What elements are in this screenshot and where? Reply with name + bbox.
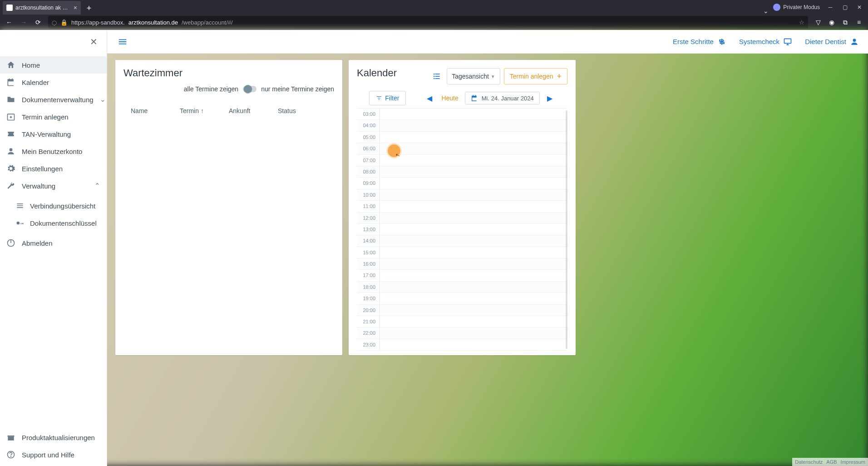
calendar-hour-row[interactable]: 05:00 — [357, 132, 567, 143]
time-slot[interactable] — [380, 282, 567, 292]
time-slot[interactable] — [380, 327, 567, 338]
time-slot[interactable] — [380, 166, 567, 177]
time-slot[interactable] — [380, 178, 567, 188]
col-ankunft[interactable]: Ankunft — [229, 107, 278, 114]
user-menu-link[interactable]: Dieter Dentist — [805, 37, 859, 46]
sidebar-toggle-button[interactable] — [116, 35, 129, 48]
close-tab-icon[interactable]: × — [74, 4, 77, 11]
back-button[interactable]: ← — [3, 16, 15, 29]
time-slot[interactable] — [380, 235, 567, 246]
minimize-button[interactable]: ─ — [824, 2, 837, 13]
calendar-hour-row[interactable]: 22:00 — [357, 327, 567, 339]
prev-day-button[interactable]: ◀ — [424, 93, 435, 104]
time-slot[interactable] — [380, 339, 567, 350]
time-slot[interactable] — [380, 132, 567, 143]
footer-datenschutz[interactable]: Datenschutz — [795, 459, 823, 465]
nav-item-home[interactable]: Home — [0, 56, 107, 74]
next-day-button[interactable]: ▶ — [544, 93, 555, 104]
time-slot[interactable] — [380, 155, 567, 166]
pocket-icon[interactable]: ▽ — [812, 16, 824, 29]
nav-item-kalender[interactable]: Kalender — [0, 74, 107, 91]
svg-rect-15 — [435, 78, 440, 79]
nav-item-abmelden[interactable]: Abmelden — [0, 234, 107, 252]
time-slot[interactable] — [380, 224, 567, 235]
time-slot[interactable] — [380, 189, 567, 200]
list-view-icon[interactable] — [430, 70, 443, 83]
new-appointment-button[interactable]: Termin anlegen + — [504, 68, 567, 84]
maximize-button[interactable]: ▢ — [838, 2, 852, 13]
time-slot[interactable] — [380, 305, 567, 316]
nav-item-updates[interactable]: Produktaktualisierungen — [0, 429, 107, 446]
svg-point-12 — [434, 76, 435, 77]
calendar-hour-row[interactable]: 10:00 — [357, 189, 567, 201]
calendar-hour-row[interactable]: 15:00 — [357, 247, 567, 258]
bookmark-star-icon[interactable]: ☆ — [799, 19, 804, 26]
time-slot[interactable] — [380, 201, 567, 212]
close-window-button[interactable]: ✕ — [853, 2, 866, 13]
calendar-hour-row[interactable]: 04:00 — [357, 120, 567, 131]
tabs-dropdown-icon[interactable]: ⌄ — [763, 7, 769, 15]
time-slot[interactable] — [380, 258, 567, 269]
nav-subitem-dokumentenschluessel[interactable]: Dokumentenschlüssel — [0, 214, 107, 232]
calendar-hour-row[interactable]: 06:00 — [357, 143, 567, 154]
calendar-hour-row[interactable]: 09:00 — [357, 178, 567, 189]
col-name[interactable]: Name — [131, 107, 180, 114]
app-menu-icon[interactable]: ≡ — [853, 16, 865, 29]
calendar-hour-row[interactable]: 21:00 — [357, 316, 567, 327]
calendar-hour-row[interactable]: 08:00 — [357, 166, 567, 178]
calendar-hour-row[interactable]: 13:00 — [357, 224, 567, 235]
nav-item-einstellungen[interactable]: Einstellungen — [0, 160, 107, 177]
calendar-hour-row[interactable]: 20:00 — [357, 305, 567, 316]
first-steps-link[interactable]: Erste Schritte — [673, 37, 726, 46]
wartezimmer-table-header: Name Termin↑ Ankunft Status — [131, 103, 327, 119]
calendar-hour-row[interactable]: 14:00 — [357, 235, 567, 247]
account-icon[interactable]: ◉ — [825, 16, 838, 29]
calendar-hour-row[interactable]: 03:00 — [357, 109, 567, 120]
address-bar[interactable]: ◌ 🔒 https://app-sandbox.arztkonsultation… — [48, 16, 808, 29]
time-slot[interactable] — [380, 109, 567, 119]
footer-impressum[interactable]: Impressum — [841, 459, 865, 465]
appointments-filter-switch[interactable] — [243, 86, 256, 92]
footer-agb[interactable]: AGB — [826, 459, 837, 465]
date-picker[interactable]: Mi. 24. Januar 2024 — [465, 92, 540, 104]
nav-item-dokumentenverwaltung[interactable]: Dokumentenverwaltung ⌄ — [0, 91, 107, 108]
time-slot[interactable] — [380, 270, 567, 281]
nav-item-tan-verwaltung[interactable]: TAN-Verwaltung — [0, 125, 107, 143]
col-status[interactable]: Status — [278, 107, 327, 114]
time-slot[interactable] — [380, 120, 567, 131]
today-button[interactable]: Heute — [439, 94, 460, 102]
calendar-hour-row[interactable]: 16:00 — [357, 258, 567, 270]
calendar-hour-row[interactable]: 18:00 — [357, 282, 567, 293]
calendar-hour-row[interactable]: 17:00 — [357, 270, 567, 281]
time-slot[interactable] — [380, 247, 567, 258]
calendar-hour-row[interactable]: 23:00 — [357, 339, 567, 351]
nav-item-benutzerkonto[interactable]: Mein Benutzerkonto — [0, 143, 107, 160]
calendar-hour-row[interactable]: 12:00 — [357, 213, 567, 224]
calendar-day-grid[interactable]: 03:0004:0005:0006:0007:0008:0009:0010:00… — [357, 109, 567, 351]
time-slot[interactable] — [380, 143, 567, 154]
wartezimmer-title: Wartezimmer — [123, 67, 334, 79]
calendar-hour-row[interactable]: 19:00 — [357, 293, 567, 304]
system-check-link[interactable]: Systemcheck — [739, 37, 792, 46]
new-tab-button[interactable]: + — [83, 2, 95, 15]
extensions-icon[interactable]: ⧉ — [839, 16, 852, 29]
svg-point-10 — [434, 74, 435, 75]
nav-label: Produktaktualisierungen — [22, 434, 95, 441]
calendar-scrollbar[interactable] — [566, 110, 567, 349]
time-slot[interactable] — [380, 293, 567, 304]
reload-button[interactable]: ⟳ — [32, 16, 44, 29]
app-footer: Datenschutz AGB Impressum — [792, 458, 868, 466]
sidebar-close-button[interactable]: ✕ — [86, 35, 101, 49]
col-termin[interactable]: Termin↑ — [180, 107, 229, 114]
nav-item-termin-anlegen[interactable]: Termin anlegen — [0, 108, 107, 125]
nav-item-verwaltung[interactable]: Verwaltung ⌃ — [0, 177, 107, 194]
calendar-hour-row[interactable]: 07:00 — [357, 155, 567, 166]
forward-button[interactable]: → — [17, 16, 30, 29]
nav-subitem-verbindungsuebersicht[interactable]: Verbindungsübersicht — [0, 197, 107, 214]
view-select[interactable]: Tagesansicht ▼ — [447, 68, 500, 84]
time-slot[interactable] — [380, 213, 567, 223]
time-slot[interactable] — [380, 316, 567, 327]
filter-button[interactable]: Filter — [369, 91, 406, 105]
browser-tab-active[interactable]: arztkonsultation ak GmbH × — [3, 1, 81, 15]
calendar-hour-row[interactable]: 11:00 — [357, 201, 567, 212]
